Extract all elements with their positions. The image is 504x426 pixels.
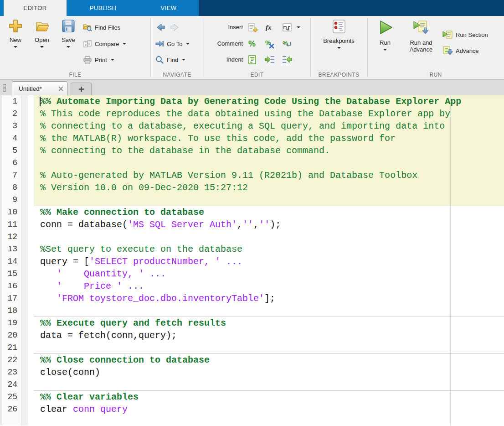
- new-dropdown-caret-icon[interactable]: [14, 46, 17, 48]
- forward-icon[interactable]: [170, 22, 180, 32]
- tab-publish[interactable]: PUBLISH: [67, 0, 139, 16]
- go-to-dropdown-caret-icon[interactable]: [186, 43, 190, 45]
- code-line[interactable]: % Version 10.0 on 09-Dec-2020 15:27:12: [28, 182, 504, 194]
- find-files-icon: [83, 23, 92, 32]
- code-area[interactable]: %% Automate Importing Data by Generating…: [28, 95, 504, 426]
- indent-right-button[interactable]: [264, 54, 276, 66]
- code-line[interactable]: ' Quantity, ' ...: [28, 268, 504, 280]
- code-token: [221, 256, 226, 267]
- code-token: conn query: [73, 404, 128, 415]
- toolstrip-tab-bar: EDITOR PUBLISH VIEW: [0, 0, 504, 16]
- code-line[interactable]: [28, 194, 504, 206]
- new-tab-button[interactable]: [71, 83, 92, 95]
- document-tab-bar: Untitled*: [0, 80, 504, 95]
- uncomment-button[interactable]: %: [264, 38, 276, 50]
- print-dropdown-caret-icon[interactable]: [111, 59, 114, 61]
- ribbon-group-run: Run Run and Advance: [367, 16, 504, 79]
- wrap-comments-button[interactable]: %: [281, 38, 293, 50]
- insert-function-button[interactable]: fi: [281, 21, 293, 33]
- line-number-gutter: 1234567891011121314151617181920212223242…: [3, 95, 21, 426]
- indent-left-button[interactable]: [281, 54, 293, 66]
- code-line[interactable]: % connecting to the database in the data…: [28, 145, 504, 157]
- print-button[interactable]: Print: [83, 54, 114, 66]
- code-line[interactable]: %% Clear variables: [28, 391, 504, 403]
- line-number: 17: [3, 292, 21, 305]
- code-token: ,: [237, 219, 242, 230]
- breakpoint-margin[interactable]: [22, 95, 28, 426]
- comment-button[interactable]: %: [247, 38, 258, 50]
- find-button[interactable]: Find: [155, 54, 185, 66]
- code-line[interactable]: 'FROM toystore_doc.dbo.inventoryTable'];: [28, 292, 504, 305]
- code-token: %% Clear variables: [40, 392, 139, 402]
- compare-button[interactable]: Compare: [83, 38, 126, 50]
- code-line[interactable]: %% Make connection to database: [28, 206, 504, 218]
- run-section-label: Run Section: [456, 31, 488, 38]
- insert-section-button[interactable]: [247, 21, 258, 33]
- breakpoints-button-label: Breakpoints: [323, 37, 355, 44]
- new-button[interactable]: New: [4, 19, 27, 48]
- code-line[interactable]: % the MATLAB(R) workspace. To use this c…: [28, 132, 504, 145]
- code-line[interactable]: query = ['SELECT productNumber, ' ...: [28, 255, 504, 268]
- plus-icon: [78, 86, 85, 93]
- insert-function-icon: fi: [282, 22, 292, 32]
- line-number: 2: [3, 108, 21, 120]
- code-line[interactable]: %% Automate Importing Data by Generating…: [28, 95, 504, 108]
- code-line[interactable]: conn = database('MS SQL Server Auth','',…: [28, 218, 504, 231]
- new-document-icon: [8, 19, 23, 33]
- code-line[interactable]: [28, 157, 504, 169]
- save-button[interactable]: Save: [57, 19, 80, 48]
- back-icon[interactable]: [156, 22, 166, 32]
- advance-button[interactable]: Advance: [442, 45, 479, 57]
- find-dropdown-caret-icon[interactable]: [182, 59, 185, 61]
- tab-editor[interactable]: EDITOR: [4, 0, 67, 16]
- code-line[interactable]: [28, 379, 504, 391]
- code-line[interactable]: clear conn query: [28, 403, 504, 416]
- open-dropdown-caret-icon[interactable]: [40, 46, 44, 48]
- line-number: 11: [3, 218, 21, 231]
- ribbon-group-navigate: Go To Find NAVIGATE: [150, 16, 204, 79]
- run-and-advance-button[interactable]: Run and Advance: [404, 19, 438, 53]
- code-token: %% Automate Importing Data by Generating…: [40, 96, 461, 107]
- code-line[interactable]: % connecting to a database, executing a …: [28, 120, 504, 132]
- code-line[interactable]: %Set query to execute on the database: [28, 243, 504, 255]
- code-line[interactable]: %% Execute query and fetch results: [28, 317, 504, 329]
- run-dropdown-caret-icon[interactable]: [383, 49, 387, 51]
- compare-dropdown-caret-icon[interactable]: [123, 43, 126, 45]
- code-token: 'MS SQL Server Auth': [128, 219, 237, 230]
- save-dropdown-caret-icon[interactable]: [67, 46, 70, 48]
- code-token: ...: [149, 269, 166, 279]
- tab-editor-label: EDITOR: [23, 5, 46, 11]
- code-line[interactable]: ' Price ' ...: [28, 280, 504, 292]
- code-line[interactable]: % Auto-generated by MATLAB Version 9.11 …: [28, 169, 504, 182]
- document-tab-untitled[interactable]: Untitled*: [12, 81, 67, 95]
- code-line[interactable]: %% Close connection to database: [28, 354, 504, 366]
- code-line[interactable]: data = fetch(conn,query);: [28, 329, 504, 342]
- svg-text:fi: fi: [288, 28, 289, 31]
- insert-fx-button[interactable]: fx: [264, 21, 276, 33]
- find-files-button[interactable]: Find Files: [83, 21, 120, 33]
- run-button[interactable]: Run: [372, 19, 398, 51]
- code-token: ];: [264, 293, 275, 304]
- print-label: Print: [95, 57, 107, 63]
- open-button-label: Open: [35, 36, 49, 43]
- smart-indent-button[interactable]: [247, 54, 258, 66]
- code-line[interactable]: close(conn): [28, 366, 504, 379]
- tab-view[interactable]: VIEW: [139, 0, 198, 16]
- insert-dropdown-caret-icon[interactable]: [295, 21, 302, 33]
- code-line[interactable]: % This code reproduces the data obtained…: [28, 108, 504, 120]
- breakpoints-group-label: BREAKPOINTS: [310, 72, 367, 78]
- line-number: 22: [3, 354, 21, 366]
- insert-label: Insert: [204, 21, 243, 33]
- close-icon[interactable]: [58, 86, 63, 91]
- go-to-button[interactable]: Go To: [155, 38, 190, 50]
- code-line[interactable]: [28, 231, 504, 243]
- breakpoints-button[interactable]: Breakpoints: [314, 19, 364, 49]
- drag-grip[interactable]: [3, 84, 6, 92]
- open-button[interactable]: Open: [30, 19, 54, 48]
- code-line[interactable]: [28, 305, 504, 317]
- indent-label: Indent: [204, 54, 243, 66]
- run-section-button[interactable]: Run Section: [442, 29, 488, 41]
- line-number: 18: [3, 305, 21, 317]
- code-line[interactable]: [28, 342, 504, 354]
- breakpoints-dropdown-caret-icon[interactable]: [337, 47, 341, 49]
